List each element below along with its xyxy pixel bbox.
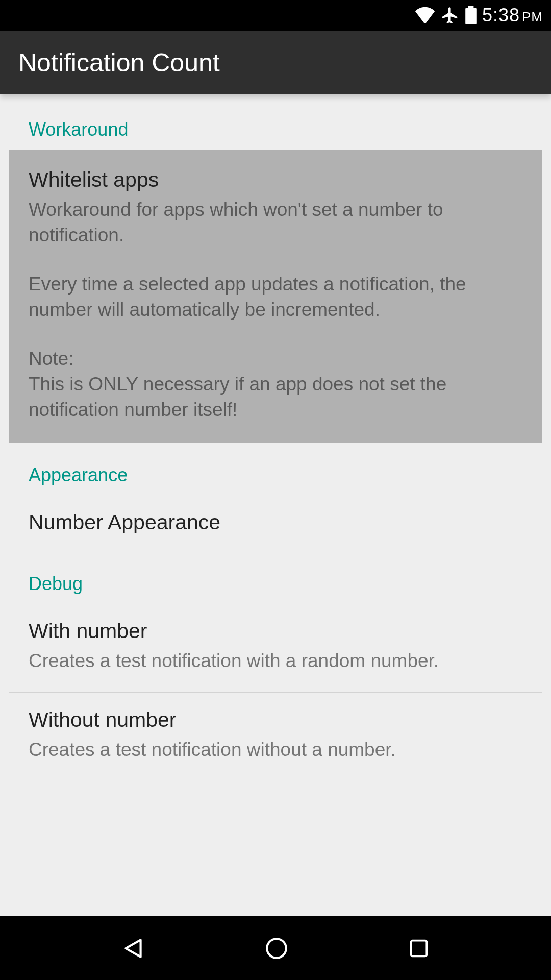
battery-icon [465, 6, 477, 24]
whitelist-p2: Every time a selected app updates a noti… [29, 272, 522, 323]
section-header-workaround: Workaround [0, 110, 551, 150]
debug-with-number-item[interactable]: With number Creates a test notification … [0, 604, 551, 692]
whitelist-apps-title: Whitelist apps [29, 168, 522, 192]
debug-with-number-title: With number [29, 619, 522, 643]
debug-with-number-subtitle: Creates a test notification with a rando… [29, 648, 522, 674]
home-icon[interactable] [264, 936, 289, 961]
page-title: Notification Count [18, 48, 220, 78]
wifi-icon [415, 7, 435, 23]
section-header-debug: Debug [0, 558, 551, 604]
whitelist-p1: Workaround for apps which won't set a nu… [29, 197, 522, 248]
status-icons: 5:38PM [415, 5, 543, 26]
number-appearance-title: Number Appearance [29, 510, 522, 534]
svg-rect-1 [411, 940, 427, 956]
recents-icon[interactable] [407, 937, 431, 960]
debug-without-number-subtitle: Creates a test notification without a nu… [29, 737, 522, 763]
debug-without-number-item[interactable]: Without number Creates a test notificati… [0, 693, 551, 781]
status-time-ampm: PM [522, 9, 543, 24]
status-time-value: 5:38 [482, 5, 520, 26]
section-header-appearance: Appearance [0, 443, 551, 495]
settings-content: Workaround Whitelist apps Workaround for… [0, 94, 551, 780]
debug-without-number-title: Without number [29, 708, 522, 732]
whitelist-p3: Note:This is ONLY necessary if an app do… [29, 346, 522, 423]
svg-point-0 [267, 939, 286, 958]
action-bar: Notification Count [0, 31, 551, 94]
status-bar: 5:38PM [0, 0, 551, 31]
whitelist-apps-item[interactable]: Whitelist apps Workaround for apps which… [9, 150, 542, 443]
status-time: 5:38PM [482, 5, 543, 26]
whitelist-apps-subtitle: Workaround for apps which won't set a nu… [29, 197, 522, 423]
back-icon[interactable] [120, 936, 146, 961]
airplane-icon [440, 6, 460, 25]
number-appearance-item[interactable]: Number Appearance [0, 495, 551, 558]
navigation-bar [0, 916, 551, 980]
